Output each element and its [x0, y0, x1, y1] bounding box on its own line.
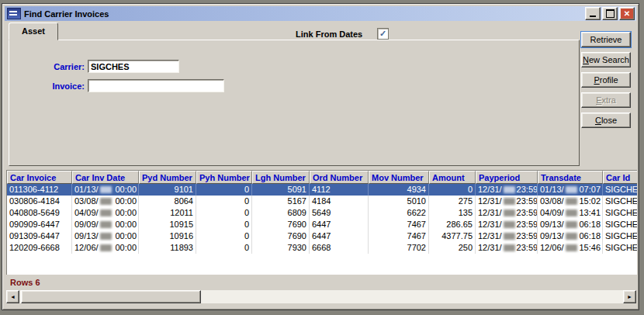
grid-row[interactable]: 091309-644709/13/00:00109160769064477467… [7, 230, 637, 242]
close-icon: ✕ [624, 10, 630, 17]
redacted-year [100, 198, 112, 205]
invoice-input[interactable] [88, 79, 224, 92]
cell-transdate: 09/13/06:18 [538, 230, 603, 242]
date-part: 12/31/ [478, 219, 502, 230]
redacted-year [504, 186, 515, 193]
window-title: Find Carrier Invoices [24, 9, 109, 19]
time-part: 06:18 [579, 230, 601, 242]
grid-header-row: Car InvoiceCar Inv DatePyd NumberPyh Num… [7, 171, 637, 184]
carrier-label: Carrier: [26, 62, 85, 71]
column-header-pyd_number[interactable]: Pyd Number [139, 171, 196, 184]
cell-ord_number: 6668 [310, 242, 369, 254]
grid-row[interactable]: 030806-418403/08/00:00806405167418450102… [7, 196, 637, 207]
cell-payperiod: 12/31/23:59 [476, 196, 538, 207]
cell-car_id: SIGCHE [603, 184, 637, 196]
retrieve-button[interactable]: Retrieve [581, 32, 631, 47]
redacted-year [504, 233, 515, 240]
date-part: 04/09/ [74, 207, 99, 219]
cell-car_inv_date: 03/08/00:00 [72, 196, 139, 207]
date-part: 12/06/ [540, 242, 564, 254]
redacted-year [100, 186, 112, 193]
new-search-button[interactable]: New Search [581, 52, 631, 68]
column-header-car_inv_date[interactable]: Car Inv Date [72, 171, 139, 184]
grid-body: 011306-411201/13/00:00910105091411249340… [7, 184, 637, 254]
cell-payperiod: 12/31/23:59 [476, 242, 538, 254]
date-part: 12/31/ [478, 196, 502, 207]
column-header-car_id[interactable]: Car Id [603, 171, 637, 184]
grid-row[interactable]: 040808-564904/09/00:00120110680956496622… [7, 207, 637, 219]
column-header-transdate[interactable]: Transdate [538, 171, 603, 184]
redacted-year [100, 244, 112, 251]
cell-car_inv_date: 12/06/00:00 [72, 242, 139, 254]
date-part: 09/13/ [74, 230, 99, 242]
column-header-lgh_number[interactable]: Lgh Number [252, 171, 310, 184]
column-header-car_invoice[interactable]: Car Invoice [7, 171, 72, 184]
redacted-year [566, 209, 577, 216]
cell-ord_number: 6447 [310, 230, 369, 242]
cell-pyh_number: 0 [196, 242, 252, 254]
carrier-input[interactable] [88, 60, 179, 73]
cell-mov_number: 5010 [369, 196, 429, 207]
cell-pyd_number: 8064 [139, 196, 196, 207]
cell-lgh_number: 5091 [252, 184, 310, 196]
redacted-year [504, 244, 515, 251]
tab-asset[interactable]: Asset [9, 22, 58, 40]
scroll-left-button[interactable]: ◄ [6, 290, 19, 303]
rows-count-status: Rows 6 [10, 278, 40, 287]
cell-transdate: 01/13/07:07 [538, 184, 603, 196]
grid-row[interactable]: 120209-666812/06/00:00118930793066687702… [7, 242, 637, 254]
time-part: 00:00 [115, 219, 137, 230]
cell-transdate: 04/09/13:41 [538, 207, 603, 219]
time-part: 23:59 [517, 230, 538, 242]
cell-mov_number: 4934 [369, 184, 429, 196]
grid-row[interactable]: 011306-411201/13/00:00910105091411249340… [7, 184, 637, 196]
cell-car_inv_date: 01/13/00:00 [72, 184, 139, 196]
horizontal-scrollbar[interactable]: ◄ ► [6, 290, 636, 303]
date-part: 12/31/ [478, 184, 502, 196]
maximize-button[interactable] [602, 7, 618, 20]
minimize-button[interactable] [585, 7, 601, 20]
cell-car_invoice: 090909-6447 [7, 219, 72, 230]
cell-lgh_number: 5167 [252, 196, 310, 207]
time-part: 00:00 [115, 184, 137, 196]
date-part: 09/09/ [74, 219, 99, 230]
cell-car_invoice: 120209-6668 [7, 242, 72, 254]
column-header-amount[interactable]: Amount [429, 171, 476, 184]
redacted-year [504, 221, 515, 228]
grid-row[interactable]: 090909-644709/09/00:00109150769064477467… [7, 219, 637, 230]
cell-car_invoice: 040808-5649 [7, 207, 72, 219]
redacted-year [566, 233, 577, 240]
cell-amount: 250 [429, 242, 476, 254]
time-part: 23:59 [517, 184, 538, 196]
cell-transdate: 03/08/15:02 [538, 196, 603, 207]
column-header-mov_number[interactable]: Mov Number [369, 171, 429, 184]
cell-car_inv_date: 09/09/00:00 [72, 219, 139, 230]
time-part: 13:41 [579, 207, 601, 219]
date-part: 12/31/ [478, 230, 502, 242]
time-part: 06:18 [579, 219, 601, 230]
cell-payperiod: 12/31/23:59 [476, 219, 538, 230]
cell-pyd_number: 12011 [139, 207, 196, 219]
cell-pyh_number: 0 [196, 230, 252, 242]
date-part: 04/09/ [540, 207, 564, 219]
titlebar[interactable]: Find Carrier Invoices ✕ [5, 6, 636, 21]
link-from-dates-checkbox[interactable]: ✓ [377, 28, 389, 40]
close-window-button[interactable]: ✕ [619, 7, 635, 20]
cell-transdate: 09/13/06:18 [538, 219, 603, 230]
column-header-ord_number[interactable]: Ord Number [310, 171, 369, 184]
checkbox-check-icon: ✓ [379, 29, 386, 38]
scroll-right-button[interactable]: ► [623, 290, 636, 303]
column-header-pyh_number[interactable]: Pyh Number [196, 171, 252, 184]
cell-car_id: SIGCHE [603, 230, 637, 242]
scrollbar-thumb[interactable] [21, 290, 201, 303]
profile-button[interactable]: Profile [581, 72, 631, 88]
cell-pyd_number: 9101 [139, 184, 196, 196]
cell-amount: 0 [429, 184, 476, 196]
cell-lgh_number: 7690 [252, 230, 310, 242]
close-button[interactable]: Close [581, 112, 631, 128]
link-from-dates-label: Link From Dates [296, 29, 362, 39]
cell-payperiod: 12/31/23:59 [476, 230, 538, 242]
cell-amount: 286.65 [429, 219, 476, 230]
time-part: 00:00 [115, 207, 137, 219]
column-header-payperiod[interactable]: Payperiod [476, 171, 538, 184]
